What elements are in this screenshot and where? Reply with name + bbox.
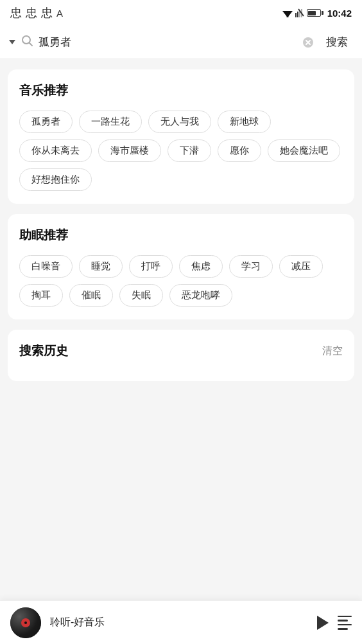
music-tag-4[interactable]: 你从未离去 xyxy=(19,139,92,162)
sleep-tag-1[interactable]: 睡觉 xyxy=(79,255,123,278)
wifi-icon xyxy=(282,8,293,17)
play-button[interactable] xyxy=(316,616,329,630)
sleep-tag-2[interactable]: 打呼 xyxy=(129,255,173,278)
dropdown-arrow-icon xyxy=(9,40,15,44)
music-recommendations-section: 音乐推荐 孤勇者 一路生花 无人与我 新地球 你从未离去 海市蜃楼 下潜 愿你 … xyxy=(8,69,354,204)
main-content: 音乐推荐 孤勇者 一路生花 无人与我 新地球 你从未离去 海市蜃楼 下潜 愿你 … xyxy=(0,59,362,453)
search-bar: 搜索 xyxy=(0,26,362,59)
search-history-section: 搜索历史 清空 xyxy=(8,330,354,381)
status-bar: 忠 忠 忠 A xyxy=(0,0,362,26)
battery-icon xyxy=(307,9,323,17)
notification-icon-1: 忠 xyxy=(10,5,22,21)
search-input[interactable] xyxy=(39,36,295,49)
svg-rect-4 xyxy=(297,12,298,17)
sleep-tag-4[interactable]: 学习 xyxy=(229,255,273,278)
history-section-title: 搜索历史 xyxy=(19,343,68,359)
svg-line-9 xyxy=(30,43,33,46)
music-tag-8[interactable]: 她会魔法吧 xyxy=(268,139,340,162)
search-dropdown-button[interactable] xyxy=(9,40,15,44)
sleep-tag-0[interactable]: 白噪音 xyxy=(19,255,73,278)
signal-crossed-icon xyxy=(295,8,304,17)
sleep-recommendations-section: 助眠推荐 白噪音 睡觉 打呼 焦虑 学习 减压 掏耳 催眠 失眠 恶龙咆哮 xyxy=(8,214,354,319)
play-triangle-icon xyxy=(317,616,329,630)
music-tag-2[interactable]: 无人与我 xyxy=(148,111,211,133)
sleep-tag-6[interactable]: 掏耳 xyxy=(19,284,63,307)
playlist-button[interactable] xyxy=(338,616,352,630)
sleep-tag-7[interactable]: 催眠 xyxy=(69,284,113,307)
signal-icons xyxy=(282,8,323,17)
sleep-tag-9[interactable]: 恶龙咆哮 xyxy=(169,284,232,307)
status-icons: 忠 忠 忠 A xyxy=(10,5,63,21)
vinyl-center xyxy=(21,618,30,627)
playlist-icon xyxy=(338,616,352,630)
notification-icon-3: 忠 xyxy=(41,5,53,21)
music-section-title: 音乐推荐 xyxy=(19,82,343,99)
history-header: 搜索历史 清空 xyxy=(19,343,343,359)
music-tag-5[interactable]: 海市蜃楼 xyxy=(98,139,161,162)
player-title[interactable]: 聆听-好音乐 xyxy=(50,616,307,629)
bottom-player: 聆听-好音乐 xyxy=(0,600,362,644)
music-tag-0[interactable]: 孤勇者 xyxy=(19,111,73,133)
svg-rect-3 xyxy=(295,13,297,17)
time-display: 10:42 xyxy=(327,8,352,19)
sleep-tag-3[interactable]: 焦虑 xyxy=(179,255,223,278)
album-cover[interactable] xyxy=(10,607,41,638)
keyboard-icon: A xyxy=(56,8,63,19)
sleep-tag-5[interactable]: 减压 xyxy=(279,255,323,278)
notification-icon-2: 忠 xyxy=(26,5,37,21)
status-right: 10:42 xyxy=(282,8,352,19)
music-tag-3[interactable]: 新地球 xyxy=(218,111,271,133)
bottom-spacer xyxy=(8,391,354,443)
music-tag-6[interactable]: 下潜 xyxy=(168,139,211,162)
music-tags-container: 孤勇者 一路生花 无人与我 新地球 你从未离去 海市蜃楼 下潜 愿你 她会魔法吧… xyxy=(19,111,343,191)
sleep-tags-container: 白噪音 睡觉 打呼 焦虑 学习 减压 掏耳 催眠 失眠 恶龙咆哮 xyxy=(19,255,343,307)
music-tag-7[interactable]: 愿你 xyxy=(218,139,261,162)
music-tag-9[interactable]: 好想抱住你 xyxy=(19,168,92,191)
sleep-section-title: 助眠推荐 xyxy=(19,227,343,244)
clear-history-button[interactable]: 清空 xyxy=(322,344,343,358)
clear-search-button[interactable] xyxy=(300,35,316,50)
search-icon xyxy=(21,34,33,50)
music-tag-1[interactable]: 一路生花 xyxy=(79,111,142,133)
search-submit-button[interactable]: 搜索 xyxy=(321,32,353,52)
sleep-tag-8[interactable]: 失眠 xyxy=(119,284,163,307)
